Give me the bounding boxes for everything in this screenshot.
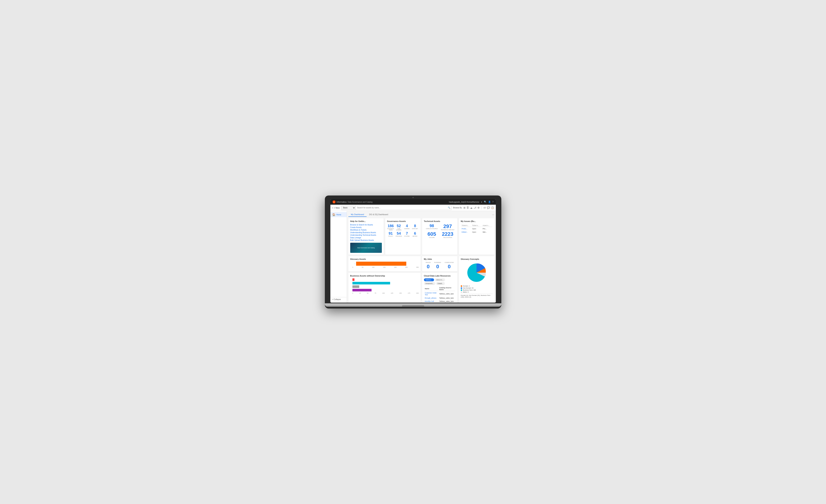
collapse-label: < Collapse — [332, 298, 341, 300]
sidebar-collapse-button[interactable]: < Collapse — [330, 297, 347, 302]
cloud-asset-1[interactable]: Customer Order Test — [424, 292, 438, 296]
content-area: My Dashboard DG & DQ Dashboard ··· Help — [347, 211, 496, 303]
stat-label-data-set: DATA SET — [411, 228, 419, 229]
issues-card: My Issues (Bu... Ticket ti... Ticket s..… — [459, 218, 494, 255]
technical-card: Technical Assets 98 CATALOG SOURCE 297 — [422, 218, 458, 255]
header-icon-group: 🔍 👤 ? — [484, 201, 493, 203]
issue-asset-1: Pro... — [482, 227, 492, 230]
sidebar-item-home[interactable]: 🏠 Home — [330, 212, 347, 217]
concepts-card-title: Glossary Concepts — [461, 258, 492, 260]
job-running: RUNNING 0 — [434, 262, 441, 269]
job-failed-number: 0 — [426, 264, 431, 269]
business-bar-3 — [352, 286, 359, 288]
concepts-note: Domain (4), Sub Domain (52), Business Te… — [461, 294, 492, 298]
help-link-technical[interactable]: Understanding Technical Assets — [350, 234, 382, 236]
legend-label-metric: Metric: 6 — [463, 291, 469, 293]
more-options-icon[interactable]: ··· — [492, 213, 494, 216]
stat-label-system: SYSTEM — [403, 236, 411, 237]
tab-dg-dq[interactable]: DG & DQ Dashboard — [367, 212, 391, 217]
user-icon[interactable]: 👤 — [488, 201, 491, 203]
legend-business-term: Business Term: 186 — [461, 289, 492, 291]
legend-label-business-term: Business Term: 186 — [463, 289, 476, 291]
chevron-icon: ▾ — [481, 201, 482, 203]
help-icon[interactable]: ? — [492, 201, 493, 203]
search-input[interactable] — [356, 206, 447, 210]
tech-row-2: 605 COLUMN 2223 CALCULATION — [424, 232, 456, 238]
stat-sub-domain: 52 SUB DOMAIN — [395, 224, 402, 231]
search-submit-icon[interactable]: 🔍 — [447, 206, 452, 209]
new-button[interactable]: + + New — [332, 207, 340, 209]
help-image-text: Data Governance and Catalog — [356, 246, 375, 249]
issues-col-ticket-title: Ticket ti... — [461, 224, 471, 227]
help-link-business[interactable]: Understanding Business Assets — [350, 232, 382, 234]
cloud-tab-tableau[interactable]: Tableau... — [424, 278, 434, 281]
issues-col-asset-name: Asset n... — [482, 224, 492, 227]
search-bar: + + New Basic Advanced 🔍 Browse By ⊞ � — [330, 205, 496, 211]
stat-number-policy: 91 — [387, 231, 394, 235]
comment-icon[interactable]: 💬 — [487, 206, 490, 209]
database-icon[interactable]: 🗄 — [467, 206, 469, 209]
copy-icon[interactable]: 📋 — [491, 206, 494, 209]
legend-dot-subdomain — [461, 288, 462, 289]
glossary-bar-row: ○ — [352, 262, 419, 266]
cloud-col-source: Catalog Source Name — [439, 287, 455, 291]
search-icon[interactable]: 🔍 — [484, 201, 487, 203]
stat-number-system: 7 — [403, 231, 411, 235]
tab-my-dashboard[interactable]: My Dashboard — [348, 212, 367, 217]
browse-icon-group: ⊞ 🗄 ☁ ⎇ ⚙ 🏷 💬 📋 — [464, 206, 494, 209]
tag-icon[interactable]: 🏷 — [483, 206, 486, 209]
cloud-asset-2[interactable]: through_athana — [424, 297, 438, 300]
pie-legend: Domain: 4 Sub Domain: 52 Business Term: … — [461, 285, 492, 293]
cloud-asset-3[interactable]: Monthly Call — [424, 300, 438, 303]
issue-asset-2: Wei... — [482, 231, 492, 234]
legend-subdomain: Sub Domain: 52 — [461, 287, 492, 289]
issues-table: Ticket ti... Ticket s... Asset n... Prod… — [461, 224, 492, 234]
stat-number-technical-data-set: 297 — [440, 224, 456, 229]
stat-number-metric: 6 — [411, 231, 419, 235]
issue-ticket-1[interactable]: Produ... — [461, 227, 471, 230]
business-bar-row-4 — [350, 289, 419, 292]
user-name[interactable]: hawkupgrade_July22-fromselfservice — [449, 201, 479, 203]
share-icon[interactable]: ⎇ — [474, 206, 476, 209]
header-brand: ● Informatica Data Governance and Catalo… — [333, 200, 373, 203]
business-assets-card: Business Assets without Ownership — [348, 273, 421, 303]
stat-number-process: 54 — [395, 231, 402, 235]
issue-ticket-2[interactable]: Edited... — [461, 231, 471, 234]
cloud-table: Name Catalog Source Name Customer Order … — [424, 286, 456, 303]
cloud-tab-adls[interactable]: ADLS C... — [435, 278, 445, 281]
jobs-stats: FAILED 0 RUNNING 0 COMPLETED 0 — [424, 262, 456, 269]
settings-icon[interactable]: ⚙ — [477, 206, 480, 209]
search-type-select[interactable]: Basic Advanced — [341, 206, 356, 210]
issue-row-1: Produ... Open Pro... — [461, 227, 492, 230]
glossary-card-title: Glossary Assets — [350, 258, 419, 260]
help-link-lineage[interactable]: Data Lineage — [350, 237, 382, 239]
stat-label-domain: DOMAIN — [403, 228, 411, 229]
help-link-workflows[interactable]: Workflows & Tickets — [350, 229, 382, 231]
cloud-tab-database[interactable]: Datab... — [436, 282, 445, 285]
main-body: 🏠 Home < Collapse My Dashboard — [330, 211, 496, 303]
stat-column: 605 COLUMN — [424, 232, 440, 238]
table-icon[interactable]: ⊞ — [464, 206, 466, 209]
business-assets-title: Business Assets without Ownership — [350, 275, 419, 277]
stat-catalog-source: 98 CATALOG SOURCE — [424, 224, 440, 229]
glossary-bar-label: ○ — [352, 263, 355, 265]
legend-dot-metric — [461, 292, 462, 293]
governance-card-title: Governance Assets — [387, 220, 419, 222]
business-bar-2 — [352, 282, 390, 285]
stat-system: 7 SYSTEM — [403, 231, 411, 237]
stat-calculation: 2223 CALCULATION — [440, 232, 456, 238]
new-label: + New — [334, 207, 340, 209]
help-link-create[interactable]: Create Assets — [350, 227, 382, 229]
technical-card-title: Technical Assets — [424, 220, 456, 222]
cloud-icon[interactable]: ☁ — [470, 206, 472, 209]
issue-row-2: Edited... Open Wei... — [461, 231, 492, 234]
legend-dot-domain — [461, 286, 462, 287]
cloud-tab-amazon[interactable]: AmazonS... — [424, 282, 435, 285]
stat-business-term: 186 BUSINESS TERM — [387, 224, 394, 231]
help-link-browse[interactable]: Browse & Search for Assets — [350, 224, 382, 226]
glossary-axis: 0 50 100 150 200 250 300 — [352, 266, 419, 268]
job-completed-label: COMPLETED — [445, 262, 454, 263]
help-link-bulk[interactable]: Bulk Upload Business Assets — [350, 239, 382, 241]
concepts-card: Glossary Concepts — [459, 256, 494, 303]
business-axis: 0 25 50 75 100 125 150 175 200 — [350, 292, 419, 294]
